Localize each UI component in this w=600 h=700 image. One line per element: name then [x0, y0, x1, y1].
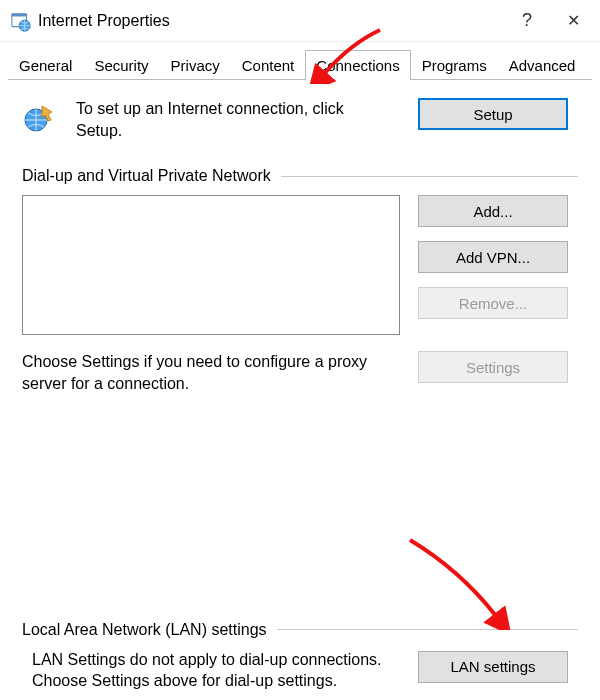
tab-programs[interactable]: Programs	[411, 50, 498, 80]
window-title: Internet Properties	[38, 12, 170, 30]
tab-privacy[interactable]: Privacy	[160, 50, 231, 80]
setup-row: To set up an Internet connection, click …	[22, 98, 578, 141]
network-globe-icon	[22, 100, 62, 134]
proxy-text: Choose Settings if you need to configure…	[22, 351, 400, 394]
tab-security[interactable]: Security	[83, 50, 159, 80]
remove-button: Remove...	[418, 287, 568, 319]
internet-options-icon	[10, 11, 30, 31]
separator	[277, 629, 578, 630]
lan-settings-button[interactable]: LAN settings	[418, 651, 568, 683]
tab-strip: General Security Privacy Content Connect…	[0, 42, 600, 80]
lan-section-label: Local Area Network (LAN) settings	[22, 621, 267, 639]
internet-properties-window: Internet Properties ? ✕ General Security…	[0, 0, 600, 700]
dialup-row: Add... Add VPN... Remove...	[22, 195, 578, 335]
close-button[interactable]: ✕	[550, 3, 596, 39]
lan-text: LAN Settings do not apply to dial-up con…	[22, 649, 400, 692]
lan-section-header: Local Area Network (LAN) settings	[22, 621, 578, 639]
svg-rect-1	[12, 13, 27, 16]
annotation-arrow-lan	[400, 530, 520, 630]
proxy-row: Choose Settings if you need to configure…	[22, 351, 578, 394]
dialup-section-header: Dial-up and Virtual Private Network	[22, 167, 578, 185]
setup-button[interactable]: Setup	[418, 98, 568, 130]
separator	[281, 176, 578, 177]
tab-connections[interactable]: Connections	[305, 50, 410, 81]
dialup-connections-list[interactable]	[22, 195, 400, 335]
help-button[interactable]: ?	[504, 3, 550, 39]
settings-button: Settings	[418, 351, 568, 383]
add-vpn-button[interactable]: Add VPN...	[418, 241, 568, 273]
tab-general[interactable]: General	[8, 50, 83, 80]
tab-content[interactable]: Content	[231, 50, 306, 80]
lan-section: Local Area Network (LAN) settings LAN Se…	[22, 621, 578, 692]
add-button[interactable]: Add...	[418, 195, 568, 227]
dialup-section-label: Dial-up and Virtual Private Network	[22, 167, 271, 185]
tab-advanced[interactable]: Advanced	[498, 50, 587, 80]
titlebar: Internet Properties ? ✕	[0, 0, 600, 42]
setup-text: To set up an Internet connection, click …	[76, 98, 404, 141]
connections-panel: To set up an Internet connection, click …	[0, 80, 600, 700]
